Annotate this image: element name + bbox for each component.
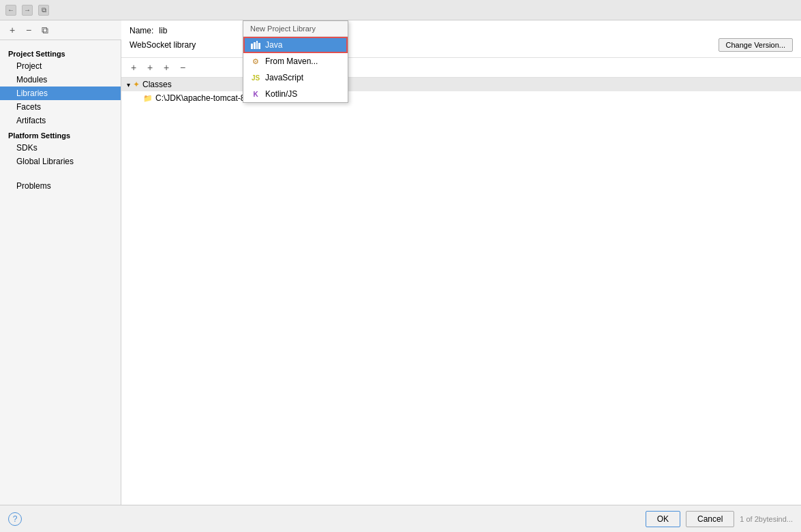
sidebar-item-global-libraries[interactable]: Global Libraries — [0, 155, 121, 168]
tree-path-item: 📁 C:\JDK\apache-tomcat-8.5.31\lib — [121, 91, 801, 105]
classes-toolbar: + + + − — [121, 58, 801, 78]
copy-library-btn[interactable]: ⧉ — [38, 23, 52, 37]
maven-icon: ⚙ — [250, 56, 261, 67]
title-bar: ← → ⧉ — [0, 0, 801, 20]
sidebar-item-modules[interactable]: Modules — [0, 73, 121, 87]
dropdown-kotlin-label: Kotlin/JS — [265, 89, 297, 99]
dropdown-maven-label: From Maven... — [265, 57, 318, 66]
dropdown-java-label: Java — [265, 40, 282, 50]
help-btn[interactable]: ? — [8, 512, 22, 526]
sidebar-item-facets[interactable]: Facets — [0, 100, 121, 114]
new-library-dropdown: New Project Library Java ⚙ From Mav — [243, 20, 348, 103]
classes-header: ▾ ✦ Classes — [121, 78, 801, 91]
classes-icon: ✦ — [133, 80, 140, 89]
classes-label: Classes — [142, 80, 172, 89]
java-icon — [250, 40, 261, 50]
kotlin-icon: K — [250, 89, 261, 99]
project-settings-title: Project Settings — [0, 46, 121, 59]
dropdown-item-java[interactable]: Java — [243, 37, 348, 53]
classes-add-btn[interactable]: + — [127, 61, 140, 74]
classes-chevron[interactable]: ▾ — [127, 81, 130, 89]
ok-btn[interactable]: OK — [646, 511, 680, 527]
library-type-label: WebSocket library — [130, 40, 719, 50]
classes-remove-btn[interactable]: − — [176, 61, 190, 74]
dropdown-item-kotlin[interactable]: K Kotlin/JS — [243, 86, 348, 102]
classes-add-alt-btn[interactable]: + — [143, 61, 157, 74]
forward-btn[interactable]: → — [22, 5, 33, 16]
bottom-bar: ? OK Cancel 1 of 2bytesind... — [0, 505, 801, 532]
change-version-btn[interactable]: Change Version... — [719, 38, 793, 52]
dropdown-item-maven[interactable]: ⚙ From Maven... — [243, 53, 348, 69]
right-header: Name: lib WebSocket library Change Versi… — [121, 20, 801, 58]
library-toolbar: + − ⧉ — [0, 20, 121, 40]
right-panel: Name: lib WebSocket library Change Versi… — [121, 20, 801, 505]
platform-settings-title: Platform Settings — [0, 127, 121, 141]
sidebar-item-libraries[interactable]: Libraries — [0, 87, 121, 100]
remove-library-btn[interactable]: − — [22, 23, 35, 37]
sidebar-item-project[interactable]: Project — [0, 59, 121, 73]
folder-icon: 📁 — [143, 94, 153, 103]
copy-btn[interactable]: ⧉ — [38, 5, 49, 16]
js-icon: JS — [250, 72, 261, 83]
name-value: lib — [159, 26, 167, 35]
add-library-btn[interactable]: + — [5, 23, 19, 37]
tree-view: ▾ ✦ Classes 📁 C:\JDK\apache-tomcat-8.5.3… — [121, 78, 801, 505]
sidebar: Project Settings Project Modules Librari… — [0, 40, 121, 198]
sidebar-item-artifacts[interactable]: Artifacts — [0, 114, 121, 127]
classes-add-alt2-btn[interactable]: + — [160, 61, 173, 74]
extra-info: 1 of 2bytesind... — [740, 515, 793, 523]
name-row: Name: lib — [130, 26, 793, 35]
dialog: + − ⧉ Project Settings Project Modules L… — [0, 20, 801, 532]
content-area: + − ⧉ Project Settings Project Modules L… — [0, 20, 801, 505]
sidebar-item-problems[interactable]: Problems — [0, 179, 121, 193]
back-btn[interactable]: ← — [5, 5, 16, 16]
cancel-btn[interactable]: Cancel — [686, 511, 734, 527]
dropdown-item-javascript[interactable]: JS JavaScript — [243, 69, 348, 86]
name-label: Name: — [130, 26, 153, 35]
dropdown-header: New Project Library — [243, 21, 348, 37]
dropdown-js-label: JavaScript — [265, 73, 303, 82]
sidebar-item-sdks[interactable]: SDKs — [0, 141, 121, 155]
